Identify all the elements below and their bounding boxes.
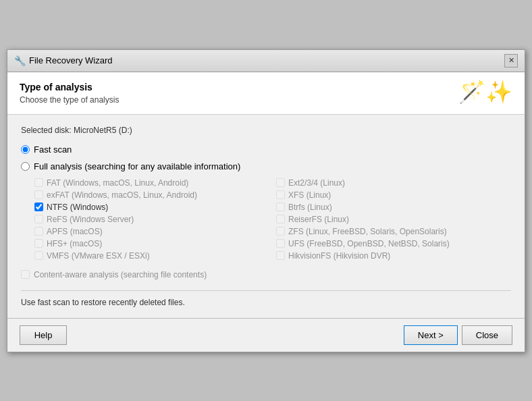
full-analysis-option[interactable]: Full analysis (searching for any availab…: [21, 161, 511, 171]
full-analysis-section: Full analysis (searching for any availab…: [21, 161, 511, 279]
checkbox-ext234[interactable]: Ext2/3/4 (Linux): [276, 178, 511, 188]
btrfs-checkbox[interactable]: [276, 203, 285, 211]
apfs-checkbox[interactable]: [34, 227, 43, 236]
zfs-checkbox[interactable]: [276, 227, 285, 236]
full-analysis-label[interactable]: Full analysis (searching for any availab…: [34, 161, 240, 171]
exfat-label: exFAT (Windows, macOS, Linux, Android): [47, 190, 197, 200]
fast-scan-option[interactable]: Fast scan: [21, 144, 511, 155]
checkbox-zfs[interactable]: ZFS (Linux, FreeBSD, Solaris, OpenSolari…: [276, 227, 511, 236]
file-recovery-dialog: 🔧 File Recovery Wizard ✕ Type of analysi…: [7, 49, 525, 352]
next-button[interactable]: Next >: [404, 325, 458, 345]
refs-label: ReFS (Windows Server): [47, 215, 134, 224]
header-text: Type of analysis Choose the type of anal…: [20, 82, 119, 105]
fat-label: FAT (Windows, macOS, Linux, Android): [47, 178, 188, 188]
header-section: Type of analysis Choose the type of anal…: [7, 72, 525, 115]
btrfs-label: Btrfs (Linux): [288, 203, 332, 212]
hikvision-checkbox[interactable]: [276, 251, 285, 260]
zfs-label: ZFS (Linux, FreeBSD, Solaris, OpenSolari…: [288, 227, 447, 236]
close-window-button[interactable]: ✕: [504, 54, 518, 68]
ufs-checkbox[interactable]: [276, 239, 285, 248]
vmfs-checkbox[interactable]: [34, 251, 43, 260]
checkbox-fat[interactable]: FAT (Windows, macOS, Linux, Android): [34, 178, 269, 188]
checkbox-ufs[interactable]: UFS (FreeBSD, OpenBSD, NetBSD, Solaris): [276, 239, 511, 248]
title-bar: 🔧 File Recovery Wizard ✕: [7, 50, 525, 72]
help-button[interactable]: Help: [20, 325, 67, 345]
content-aware-checkbox[interactable]: [21, 270, 30, 279]
ntfs-label: NTFS (Windows): [47, 203, 108, 212]
fast-scan-label[interactable]: Fast scan: [34, 144, 72, 155]
ufs-label: UFS (FreeBSD, OpenBSD, NetBSD, Solaris): [288, 239, 450, 248]
checkbox-reiserfs[interactable]: ReiserFS (Linux): [276, 215, 511, 224]
xfs-checkbox[interactable]: [276, 190, 285, 199]
ext234-label: Ext2/3/4 (Linux): [288, 178, 345, 188]
checkbox-exfat[interactable]: exFAT (Windows, macOS, Linux, Android): [34, 190, 269, 200]
checkbox-refs[interactable]: ReFS (Windows Server): [34, 215, 269, 224]
filesystem-checkboxes: FAT (Windows, macOS, Linux, Android) Ext…: [34, 178, 511, 261]
exfat-checkbox[interactable]: [34, 190, 43, 199]
reiserfs-checkbox[interactable]: [276, 215, 285, 223]
content-aware-option[interactable]: Content-aware analysis (searching file c…: [21, 270, 511, 279]
refs-checkbox[interactable]: [34, 215, 43, 223]
info-text: Use fast scan to restore recently delete…: [21, 290, 511, 307]
ntfs-checkbox[interactable]: [34, 203, 43, 211]
hfsplus-checkbox[interactable]: [34, 239, 43, 248]
button-bar: Help Next > Close: [7, 318, 525, 352]
checkbox-hfsplus[interactable]: HFS+ (macOS): [34, 239, 269, 248]
fast-scan-radio[interactable]: [21, 145, 30, 154]
dialog-title: File Recovery Wizard: [29, 55, 113, 65]
close-button[interactable]: Close: [462, 325, 512, 345]
reiserfs-label: ReiserFS (Linux): [288, 215, 349, 224]
wizard-icon: 🪄✨: [458, 79, 512, 105]
right-buttons: Next > Close: [404, 325, 512, 345]
full-analysis-radio[interactable]: [21, 162, 30, 171]
vmfs-label: VMFS (VMware ESX / ESXi): [47, 251, 150, 261]
section-heading: Type of analysis: [20, 82, 119, 92]
checkbox-vmfs[interactable]: VMFS (VMware ESX / ESXi): [34, 251, 269, 261]
hikvision-label: HikvisionFS (Hikvision DVR): [288, 251, 390, 261]
checkbox-ntfs[interactable]: NTFS (Windows): [34, 203, 269, 212]
selected-disk-label: Selected disk: MicroNetR5 (D:): [21, 126, 511, 135]
section-subheading: Choose the type of analysis: [20, 95, 119, 105]
content-area: Selected disk: MicroNetR5 (D:) Fast scan…: [7, 115, 525, 318]
fat-checkbox[interactable]: [34, 178, 43, 187]
title-bar-left: 🔧 File Recovery Wizard: [14, 55, 113, 66]
content-aware-label: Content-aware analysis (searching file c…: [34, 270, 207, 279]
checkbox-xfs[interactable]: XFS (Linux): [276, 190, 511, 200]
dialog-body: Type of analysis Choose the type of anal…: [7, 72, 525, 352]
checkbox-hikvision[interactable]: HikvisionFS (Hikvision DVR): [276, 251, 511, 261]
app-icon: 🔧: [14, 55, 25, 66]
xfs-label: XFS (Linux): [288, 190, 331, 200]
apfs-label: APFS (macOS): [47, 227, 103, 236]
checkbox-apfs[interactable]: APFS (macOS): [34, 227, 269, 236]
hfsplus-label: HFS+ (macOS): [47, 239, 102, 248]
ext234-checkbox[interactable]: [276, 178, 285, 187]
checkbox-btrfs[interactable]: Btrfs (Linux): [276, 203, 511, 212]
